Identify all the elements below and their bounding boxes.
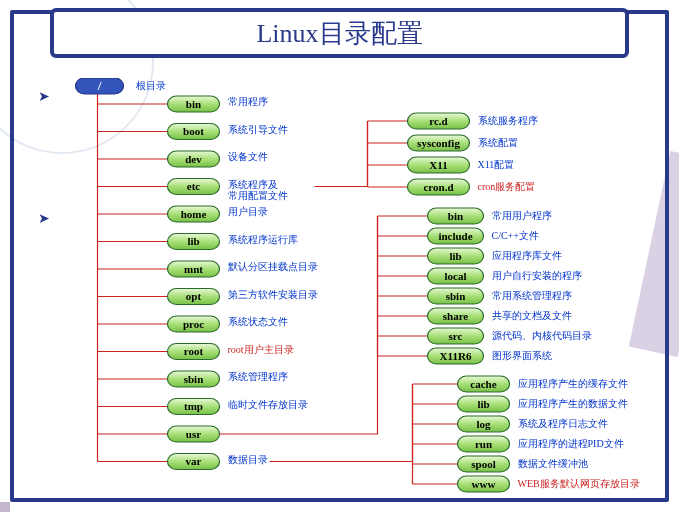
dir-usr: usr [168, 426, 220, 442]
svg-text:usr: usr [186, 428, 201, 440]
svg-text:cron.d: cron.d [423, 181, 453, 193]
svg-text:share: share [443, 310, 469, 322]
desc-text: 共享的文档及文件 [492, 310, 572, 321]
dir-local: local [428, 268, 484, 284]
dir-run: run [458, 436, 510, 452]
svg-text:local: local [445, 270, 467, 282]
dir-root: root [168, 344, 220, 360]
desc-text: 根目录 [136, 80, 166, 91]
desc-text: 数据目录 [228, 454, 268, 465]
svg-text:X11: X11 [429, 159, 447, 171]
desc-text: 数据文件缓冲池 [518, 458, 588, 469]
desc-text: C/C++文件 [492, 230, 539, 241]
dir-X11: X11 [408, 157, 470, 173]
svg-text:boot: boot [183, 125, 204, 137]
desc-text: 常用配置文件 [228, 190, 288, 201]
desc-text: X11配置 [478, 159, 515, 170]
desc-text: 应用程序的进程PID文件 [518, 438, 624, 449]
dir-bin: bin [168, 96, 220, 112]
dir-sysconfig: sysconfig [408, 135, 470, 151]
dir-/: / [76, 78, 124, 94]
desc-text: cron服务配置 [478, 181, 536, 192]
directory-tree-diagram: /根目录bin常用程序boot系统引导文件dev设备文件etc系统程序及常用配置… [56, 78, 659, 498]
svg-text:spool: spool [471, 458, 495, 470]
dir-proc: proc [168, 316, 220, 332]
svg-text:sbin: sbin [446, 290, 466, 302]
dir-dev: dev [168, 151, 220, 167]
desc-text: 应用程序库文件 [492, 250, 562, 261]
dir-lib: lib [458, 396, 510, 412]
desc-text: 系统程序运行库 [228, 234, 298, 245]
desc-text: 应用程序产生的缓存文件 [518, 378, 628, 389]
svg-text:etc: etc [187, 180, 201, 192]
dir-rc.d: rc.d [408, 113, 470, 129]
dir-sbin: sbin [168, 371, 220, 387]
desc-text: 系统管理程序 [228, 371, 288, 382]
svg-text:proc: proc [183, 318, 204, 330]
desc-text: 常用系统管理程序 [492, 290, 572, 301]
desc-text: 源代码、内核代码目录 [492, 330, 592, 341]
svg-text:cache: cache [470, 378, 496, 390]
dir-cron.d: cron.d [408, 179, 470, 195]
svg-text:opt: opt [186, 290, 202, 302]
dir-boot: boot [168, 124, 220, 140]
svg-text:rc.d: rc.d [429, 115, 447, 127]
desc-text: 系统服务程序 [478, 115, 538, 126]
dir-etc: etc [168, 179, 220, 195]
bullet-icon: ➤ [38, 210, 50, 227]
dir-home: home [168, 206, 220, 222]
desc-text: 系统程序及 [228, 179, 278, 190]
svg-text:bin: bin [448, 210, 463, 222]
desc-text: 常用程序 [228, 96, 268, 107]
dir-www: www [458, 476, 510, 492]
svg-text:include: include [438, 230, 472, 242]
connector [315, 121, 368, 187]
dir-var: var [168, 454, 220, 470]
desc-text: 应用程序产生的数据文件 [518, 398, 628, 409]
title-bar: Linux目录配置 [50, 8, 629, 58]
svg-text:X11R6: X11R6 [440, 350, 472, 362]
svg-text:lib: lib [477, 398, 489, 410]
desc-text: WEB服务默认网页存放目录 [518, 478, 640, 489]
svg-text:tmp: tmp [184, 400, 203, 412]
desc-text: 常用用户程序 [492, 210, 552, 221]
svg-text:dev: dev [185, 153, 202, 165]
svg-text:lib: lib [449, 250, 461, 262]
dir-X11R6: X11R6 [428, 348, 484, 364]
svg-text:sbin: sbin [184, 373, 204, 385]
svg-text:run: run [475, 438, 492, 450]
desc-text: 系统状态文件 [228, 316, 288, 327]
svg-text:log: log [476, 418, 491, 430]
dir-log: log [458, 416, 510, 432]
bullet-icon: ➤ [38, 88, 50, 105]
dir-bin: bin [428, 208, 484, 224]
desc-text: 临时文件存放目录 [228, 399, 308, 410]
svg-text:lib: lib [187, 235, 199, 247]
dir-src: src [428, 328, 484, 344]
svg-text:src: src [449, 330, 463, 342]
svg-text:www: www [472, 478, 496, 490]
desc-text: 图形界面系统 [492, 350, 552, 361]
dir-lib: lib [168, 234, 220, 250]
desc-text: 用户目录 [228, 206, 268, 217]
dir-include: include [428, 228, 484, 244]
desc-text: 设备文件 [228, 151, 268, 162]
desc-text: 系统引导文件 [228, 124, 288, 135]
dir-share: share [428, 308, 484, 324]
svg-text:sysconfig: sysconfig [417, 137, 460, 149]
dir-cache: cache [458, 376, 510, 392]
dir-lib: lib [428, 248, 484, 264]
dir-opt: opt [168, 289, 220, 305]
svg-text:/: / [97, 78, 102, 93]
title-text: Linux目录配置 [256, 16, 422, 51]
desc-text: 用户自行安装的程序 [492, 270, 582, 281]
svg-text:root: root [184, 345, 204, 357]
svg-text:var: var [186, 455, 202, 467]
desc-text: 系统配置 [478, 137, 518, 148]
desc-text: 第三方软件安装目录 [228, 289, 318, 300]
dir-sbin: sbin [428, 288, 484, 304]
connector [270, 384, 413, 462]
dir-mnt: mnt [168, 261, 220, 277]
svg-text:bin: bin [186, 98, 201, 110]
desc-text: root用户主目录 [228, 344, 294, 355]
